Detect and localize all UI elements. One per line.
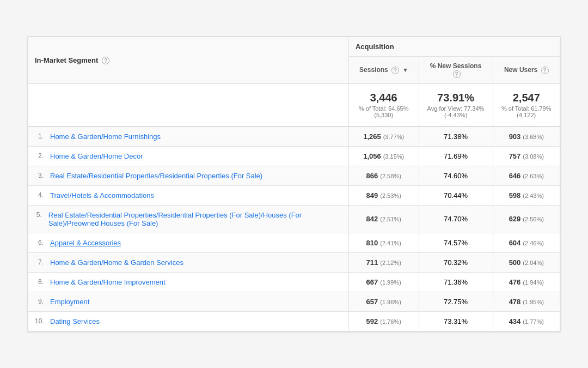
new-users-cell: 478(1.95%) (493, 292, 560, 311)
new-users-pct: (1.77%) (523, 318, 544, 325)
row-number: 9. (35, 298, 46, 305)
totals-sessions-cell: 3,446 % of Total: 64.65% (5,330) (348, 83, 419, 126)
new-sessions-cell: 72.75% (419, 292, 493, 311)
sessions-value: 842 (366, 215, 378, 223)
new-users-cell: 598(2.43%) (493, 185, 560, 205)
new-users-value: 598 (509, 191, 521, 200)
new-users-cell: 500(2.04%) (493, 252, 560, 272)
new-users-pct: (2.43%) (523, 192, 544, 199)
new-users-help-icon[interactable]: ? (541, 67, 549, 74)
new-users-value: 434 (509, 317, 521, 325)
sessions-value: 1,265 (363, 132, 381, 141)
sessions-cell: 657(1.96%) (348, 292, 419, 311)
new-users-pct: (2.63%) (523, 173, 544, 179)
sessions-cell: 849(2.53%) (348, 185, 419, 205)
sessions-value: 657 (366, 298, 378, 306)
new-sessions-cell: 70.44% (419, 185, 493, 205)
row-number: 1. (35, 132, 46, 140)
new-users-pct: (3.08%) (523, 153, 544, 160)
sessions-cell: 810(2.41%) (348, 233, 419, 252)
segment-link[interactable]: Home & Garden/Home & Garden Services (50, 258, 183, 267)
sessions-value: 810 (366, 239, 378, 247)
new-sessions-value: 71.36% (444, 278, 468, 286)
segment-help-icon[interactable]: ? (102, 57, 109, 64)
acquisition-header-row: In-Market Segment ? Acquisition (28, 37, 560, 57)
segment-link[interactable]: Employment (50, 298, 89, 306)
sessions-pct: (2.53%) (380, 192, 401, 199)
sessions-pct: (3.77%) (383, 134, 405, 140)
new-users-value: 478 (509, 298, 521, 306)
new-users-pct: (2.04%) (523, 260, 544, 266)
sessions-column-header: Sessions ? ▼ (348, 57, 419, 84)
new-users-cell: 434(1.77%) (493, 311, 560, 331)
acquisition-group-header: Acquisition (348, 37, 560, 57)
segment-cell-wrapper: 1.Home & Garden/Home Furnishings (28, 126, 349, 147)
segment-link[interactable]: Real Estate/Residential Properties/Resid… (50, 172, 262, 180)
row-number: 5. (35, 211, 44, 219)
new-sessions-help-icon[interactable]: ? (453, 70, 461, 78)
new-sessions-value: 72.75% (444, 298, 468, 306)
totals-row: 3,446 % of Total: 64.65% (5,330) 73.91% … (28, 83, 560, 126)
new-sessions-cell: 74.70% (419, 205, 493, 233)
new-users-value: 757 (509, 152, 521, 160)
sessions-cell: 1,056(3.15%) (348, 146, 419, 166)
new-users-pct: (1.94%) (523, 279, 544, 286)
totals-new-sessions-cell: 73.91% Avg for View: 77.34% (-4.43%) (419, 83, 493, 126)
sessions-cell: 866(2.58%) (348, 166, 419, 185)
segment-link[interactable]: Real Estate/Residential Properties/Resid… (48, 211, 342, 227)
new-sessions-value: 74.70% (444, 215, 468, 223)
sessions-pct: (1.96%) (380, 299, 401, 305)
sessions-cell: 1,265(3.77%) (348, 126, 419, 147)
new-sessions-value: 71.69% (444, 152, 468, 160)
segment-cell-wrapper: 3.Real Estate/Residential Properties/Res… (28, 166, 349, 185)
sessions-pct: (2.12%) (380, 260, 401, 266)
new-users-cell: 903(3.68%) (493, 126, 560, 147)
new-users-value: 476 (509, 278, 521, 286)
sessions-cell: 842(2.51%) (348, 205, 419, 233)
new-users-cell: 757(3.08%) (493, 146, 560, 166)
sessions-cell: 592(1.76%) (348, 311, 419, 331)
table-row: 7.Home & Garden/Home & Garden Services71… (28, 252, 560, 272)
analytics-table-container: In-Market Segment ? Acquisition Sessions… (27, 36, 561, 332)
segment-link[interactable]: Dating Services (50, 317, 100, 325)
new-users-pct: (3.68%) (523, 134, 544, 140)
segment-link[interactable]: Home & Garden/Home Decor (50, 152, 143, 160)
new-sessions-value: 73.31% (444, 317, 468, 325)
sessions-pct: (2.41%) (380, 240, 401, 246)
segment-link[interactable]: Home & Garden/Home Furnishings (50, 132, 161, 141)
sessions-value: 592 (366, 317, 378, 325)
sessions-pct: (2.58%) (380, 173, 401, 179)
sessions-value: 711 (366, 258, 378, 267)
segment-cell-wrapper: 8.Home & Garden/Home Improvement (28, 272, 349, 292)
segment-link[interactable]: Apparel & Accessories (50, 239, 121, 247)
sessions-value: 866 (366, 172, 378, 180)
segment-link[interactable]: Home & Garden/Home Improvement (50, 278, 166, 286)
new-users-cell: 604(2.46%) (493, 233, 560, 252)
segment-cell-wrapper: 9.Employment (28, 292, 349, 311)
table-row: 8.Home & Garden/Home Improvement667(1.99… (28, 272, 560, 292)
new-sessions-value: 70.44% (444, 191, 468, 200)
new-users-pct: (2.46%) (523, 240, 544, 246)
segment-link[interactable]: Travel/Hotels & Accommodations (50, 191, 154, 200)
row-number: 4. (35, 191, 46, 199)
table-row: 10.Dating Services592(1.76%)73.31%434(1.… (28, 311, 560, 331)
sessions-cell: 667(1.99%) (348, 272, 419, 292)
row-number: 8. (35, 278, 46, 286)
new-sessions-cell: 71.69% (419, 146, 493, 166)
table-row: 3.Real Estate/Residential Properties/Res… (28, 166, 560, 185)
segment-cell-wrapper: 2.Home & Garden/Home Decor (28, 146, 349, 166)
new-users-pct: (1.95%) (523, 299, 544, 305)
row-number: 2. (35, 152, 46, 160)
new-sessions-value: 74.57% (444, 239, 468, 247)
table-row: 4.Travel/Hotels & Accommodations849(2.53… (28, 185, 560, 205)
sessions-pct: (1.76%) (380, 318, 401, 325)
table-row: 5.Real Estate/Residential Properties/Res… (28, 205, 560, 233)
sessions-value: 1,056 (363, 152, 381, 160)
segment-column-header: In-Market Segment ? (28, 37, 349, 84)
row-number: 3. (35, 172, 46, 179)
new-sessions-cell: 71.38% (419, 126, 493, 147)
table-row: 9.Employment657(1.96%)72.75%478(1.95%) (28, 292, 560, 311)
new-sessions-value: 74.60% (444, 172, 468, 180)
sessions-help-icon[interactable]: ? (391, 67, 399, 74)
table-row: 6.Apparel & Accessories810(2.41%)74.57%6… (28, 233, 560, 252)
